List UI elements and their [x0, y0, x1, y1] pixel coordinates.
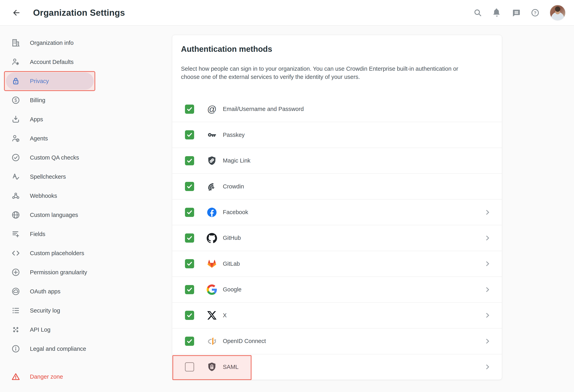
help-icon[interactable]: ? [531, 8, 540, 17]
plus-circle-icon [11, 268, 20, 277]
auth-row-email-username-password[interactable]: @ Email/Username and Password [172, 97, 502, 122]
checkbox[interactable] [185, 208, 194, 217]
checkbox[interactable] [185, 156, 194, 165]
sidebar-item-label: Custom placeholders [30, 250, 84, 256]
chevron-right-icon[interactable] [484, 286, 491, 293]
sidebar-item-label: Organization info [30, 40, 74, 46]
sidebar-item-label: Danger zone [30, 373, 63, 380]
chevron-right-icon[interactable] [484, 235, 491, 242]
auth-row-openid-connect[interactable]: OpenID Connect [172, 328, 502, 354]
info-circle-icon [11, 344, 20, 353]
sidebar-item-agents[interactable]: Agents [0, 129, 172, 148]
sidebar-item-label: Account Defaults [30, 59, 74, 65]
auth-method-label: Crowdin [223, 183, 244, 190]
checkbox[interactable] [185, 362, 194, 372]
messages-chat-icon[interactable] [512, 8, 521, 17]
sidebar-item-apps[interactable]: Apps [0, 110, 172, 129]
chevron-right-icon[interactable] [484, 363, 491, 371]
sidebar-item-account-defaults[interactable]: Account Defaults [0, 52, 172, 72]
dollar-circle-icon: $ [11, 96, 20, 105]
chevron-right-icon[interactable] [484, 338, 491, 345]
auth-row-passkey[interactable]: Passkey [172, 122, 502, 147]
auth-row-x[interactable]: X [172, 302, 502, 328]
warning-triangle-icon [11, 372, 20, 381]
download-icon [11, 115, 20, 124]
card-description: Select how people can sign in to your or… [172, 65, 487, 81]
sidebar-item-fields[interactable]: Fields [0, 224, 172, 244]
notifications-bell-icon[interactable] [492, 8, 501, 17]
sidebar-item-label: Billing [30, 97, 45, 104]
sidebar-item-custom-qa-checks[interactable]: Custom QA checks [0, 148, 172, 167]
checkbox[interactable] [185, 234, 194, 243]
checkbox[interactable] [185, 182, 194, 191]
check-circle-icon [11, 153, 20, 162]
key-icon [206, 129, 217, 140]
auth-row-gitlab[interactable]: GitLab [172, 251, 502, 276]
checkbox[interactable] [185, 105, 194, 114]
auth-row-google[interactable]: Google [172, 276, 502, 302]
sidebar-item-label: OAuth apps [30, 288, 61, 295]
search-icon[interactable] [473, 8, 482, 17]
webhook-icon [11, 191, 20, 200]
auth-method-label: OpenID Connect [223, 338, 266, 344]
google-logo-icon [206, 284, 217, 295]
auth-row-saml[interactable]: SAML [172, 354, 502, 380]
back-button[interactable] [10, 7, 22, 19]
auth-row-github[interactable]: GitHub [172, 225, 502, 251]
sidebar-item-label: Webhooks [30, 193, 57, 199]
checkbox[interactable] [185, 337, 194, 346]
chevron-right-icon[interactable] [484, 312, 491, 319]
card-title: Authentication methods [172, 35, 502, 54]
chevron-right-icon[interactable] [484, 209, 491, 216]
sidebar-item-oauth-apps[interactable]: OAuth apps [0, 282, 172, 301]
sidebar-item-custom-languages[interactable]: Custom languages [0, 205, 172, 224]
sidebar-item-webhooks[interactable]: Webhooks [0, 186, 172, 205]
code-brackets-icon [11, 249, 20, 258]
sidebar-item-danger-zone[interactable]: Danger zone [0, 367, 172, 386]
sidebar-item-label: Custom languages [30, 212, 78, 218]
authentication-methods-card: Authentication methods Select how people… [172, 35, 502, 380]
spellcheck-icon [11, 172, 20, 181]
list-add-icon [11, 230, 20, 239]
checkbox[interactable] [185, 311, 194, 320]
sidebar-item-privacy[interactable]: Privacy [0, 72, 172, 91]
svg-text:?: ? [534, 10, 536, 15]
sidebar-item-organization-info[interactable]: Organization info [0, 33, 172, 52]
sidebar-item-api-log[interactable]: API Log [0, 320, 172, 339]
auth-method-label: GitHub [223, 235, 241, 241]
building-icon [11, 38, 20, 47]
sidebar-item-legal-and-compliance[interactable]: Legal and compliance [0, 339, 172, 358]
auth-method-label: Facebook [223, 209, 248, 216]
user-gear-icon [11, 57, 20, 67]
sidebar-item-label: Permission granularity [30, 269, 87, 276]
crowdin-logo-icon [206, 181, 217, 192]
checkbox[interactable] [185, 259, 194, 268]
auth-row-facebook[interactable]: Facebook [172, 199, 502, 225]
sidebar-item-label: Custom QA checks [30, 154, 79, 161]
checkbox[interactable] [185, 130, 194, 139]
auth-row-crowdin[interactable]: Crowdin [172, 173, 502, 199]
auth-row-magic-link[interactable]: Magic Link [172, 148, 502, 173]
sidebar-item-label: Security log [30, 307, 60, 314]
auth-method-label: X [223, 312, 226, 319]
page-title: Organization Settings [33, 8, 125, 18]
sidebar-item-label: Fields [30, 231, 45, 237]
sidebar-item-billing[interactable]: $ Billing [0, 91, 172, 110]
sidebar-item-security-log[interactable]: Security log [0, 301, 172, 320]
sidebar-item-custom-placeholders[interactable]: Custom placeholders [0, 244, 172, 263]
sidebar-item-permission-granularity[interactable]: Permission granularity [0, 263, 172, 282]
user-avatar[interactable] [550, 5, 566, 21]
github-logo-icon [206, 233, 217, 243]
sidebar-item-label: API Log [30, 327, 50, 333]
shield-link-icon [206, 155, 217, 166]
checkbox[interactable] [185, 285, 194, 294]
sidebar-item-label: Apps [30, 116, 43, 123]
x-logo-icon [206, 310, 217, 321]
globe-icon [11, 210, 20, 219]
sidebar-item-spellcheckers[interactable]: Spellcheckers [0, 167, 172, 186]
settings-sidebar: Organization info Account Defaults Priva… [0, 33, 172, 386]
shield-lock-icon [206, 362, 217, 372]
chevron-right-icon[interactable] [484, 260, 491, 267]
sidebar-spacer [0, 358, 172, 367]
sidebar-item-label: Agents [30, 135, 48, 142]
